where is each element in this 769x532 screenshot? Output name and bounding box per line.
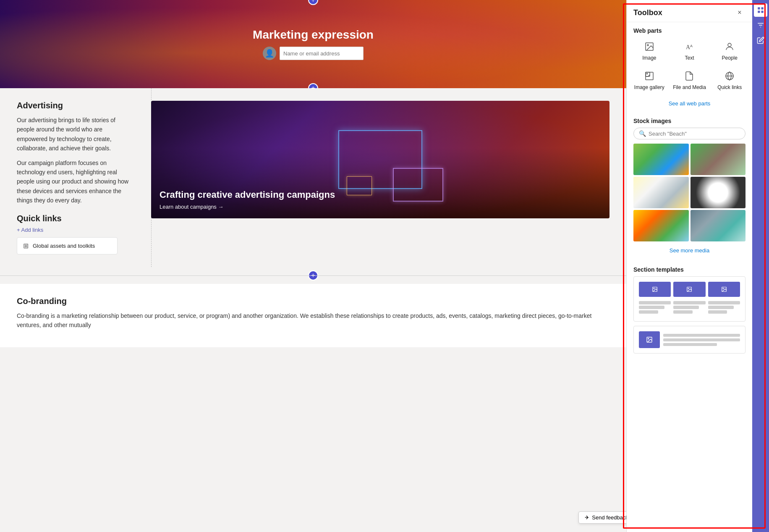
tmpl-single-img [639,331,660,348]
tmpl-text-line-4 [673,301,705,304]
neon-box-inner [393,168,443,202]
web-part-file-and-media[interactable]: File and Media [670,67,709,94]
stock-image-2[interactable] [691,144,746,175]
divider-line [0,275,626,276]
send-feedback-icon: ✈ [585,514,589,521]
web-part-text[interactable]: Aᴬ Text [670,37,709,65]
stock-images-title: Stock images [627,113,752,128]
tmpl-tl-2 [663,338,740,341]
tmpl-tl-3 [663,343,717,346]
hero-avatar: 👤 [263,47,276,60]
svg-rect-19 [761,11,764,13]
stock-image-1[interactable] [633,144,689,175]
tmpl-img-3 [708,282,740,297]
people-icon [725,42,735,53]
add-links-button[interactable]: + Add links [17,227,134,233]
add-section-button-top[interactable]: + [308,0,318,5]
stock-images-grid [633,144,745,241]
send-feedback-button[interactable]: ✈ Send feedback [578,511,626,524]
web-part-quick-links[interactable]: Quick links [710,67,749,94]
tmpl-text-block [663,334,740,346]
hero-title: Marketing expression [253,28,374,42]
quick-link-item[interactable]: ⊞ Global assets and toolkits [17,237,118,254]
section-divider: + [0,267,626,284]
toolbox-header: Toolbox × [627,0,752,22]
right-icons-panel [752,0,769,532]
campaign-card[interactable]: Crafting creative advertising campaigns … [151,101,609,218]
tmpl-text-line-8 [708,306,734,309]
template-1col-layout [639,331,740,348]
stock-image-3[interactable] [633,177,689,208]
co-branding-section: Co-branding Co-branding is a marketing r… [0,284,626,348]
quick-link-label: Global assets and toolkits [33,243,95,249]
send-feedback-label: Send feedback [592,514,626,521]
search-icon: 🔍 [639,130,646,137]
tmpl-text-line-2 [639,306,664,309]
right-column: Crafting creative advertising campaigns … [151,101,609,218]
template-3col-images [639,282,740,297]
svg-rect-18 [758,11,760,13]
tmpl-text-line-7 [708,301,740,304]
tmpl-text-line-6 [673,310,693,314]
neon-box-small [347,176,372,195]
svg-text:Aᴬ: Aᴬ [686,44,693,50]
web-parts-grid: Image Aᴬ Text People [627,37,752,98]
image-gallery-icon [644,71,654,83]
people-label: People [722,55,737,61]
svg-rect-16 [758,7,760,9]
hero-add-top[interactable]: + [308,0,318,5]
svg-point-11 [688,288,689,289]
hero-overlay [0,0,626,88]
quick-links-section: Quick links + Add links ⊞ Global assets … [17,214,134,254]
web-part-people[interactable]: People [710,37,749,65]
image-label: Image [642,55,656,61]
section-templates-title: Section templates [627,261,752,276]
right-icon-grid[interactable] [754,3,767,17]
tmpl-text-line-1 [639,301,671,304]
see-more-media-link[interactable]: See more media [633,245,745,256]
advertising-body2: Our campaign platform focuses on technol… [17,158,134,205]
co-branding-title: Co-branding [17,296,609,306]
web-part-image[interactable]: Image [630,37,669,65]
svg-point-6 [646,73,647,74]
toolbox-close-button[interactable]: × [734,7,745,18]
file-and-media-icon [684,71,694,83]
tmpl-text-line-5 [673,306,699,309]
tmpl-text-line-3 [639,310,658,314]
template-1col-img-text[interactable] [633,326,745,354]
file-and-media-label: File and Media [673,84,706,90]
hero-email-input[interactable] [280,47,364,60]
tmpl-tl-1 [663,334,740,337]
stock-image-4[interactable] [691,177,746,208]
right-icon-edit[interactable] [754,34,767,47]
tmpl-img-2 [673,282,705,297]
toolbox-panel: Toolbox × Web parts Image Aᴬ Text [626,0,752,532]
right-icon-filter[interactable] [754,18,767,32]
svg-point-15 [648,338,649,339]
campaign-title: Crafting creative advertising campaigns [160,189,335,200]
quick-links-icon [725,71,735,83]
image-gallery-label: Image gallery [634,84,664,90]
svg-point-3 [728,43,731,47]
stock-image-6[interactable] [691,210,746,241]
web-part-image-gallery[interactable]: Image gallery [630,67,669,94]
svg-point-13 [723,288,724,289]
quick-links-web-part-label: Quick links [717,84,742,90]
see-all-web-parts-link[interactable]: See all web parts [627,98,752,109]
stock-images-search-box: 🔍 [633,128,745,139]
web-parts-section-title: Web parts [627,22,752,37]
left-column: Advertising Our advertising brings to li… [17,101,134,254]
stock-images-search-input[interactable] [649,131,740,137]
template-3col[interactable] [633,276,745,322]
hero-add-bottom[interactable]: + [308,83,318,88]
quick-link-icon: ⊞ [23,242,29,250]
stock-image-5[interactable] [633,210,689,241]
tmpl-text-line-9 [708,310,727,314]
text-label: Text [685,55,694,61]
svg-point-1 [647,45,649,46]
campaign-link[interactable]: Learn about campaigns → [160,204,335,210]
advertising-body1: Our advertising brings to life stories o… [17,115,134,153]
quick-links-title: Quick links [17,214,134,223]
add-section-button-bottom[interactable]: + [308,83,318,88]
campaign-text: Crafting creative advertising campaigns … [151,181,343,218]
